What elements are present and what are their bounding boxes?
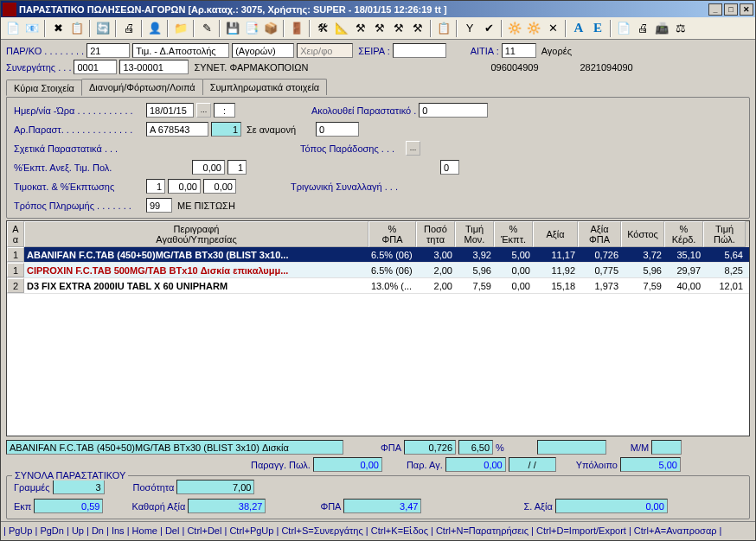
toolbar-btn-7[interactable]: 📁 [172,20,189,37]
tk1-field[interactable]: 1 [146,179,165,194]
toolbar-more-1[interactable]: 🖨 [634,20,651,37]
toolbar-btn-15[interactable]: ⚒ [352,20,369,37]
seira-field[interactable] [393,43,446,58]
status-val-field[interactable]: 0 [316,122,359,137]
parag2-value: 0,00 [445,457,506,472]
grid-header-5[interactable]: %Έκπτ. [494,221,533,247]
ekpt1-field[interactable]: 0,00 [192,160,225,175]
toolbar-letter-Ε[interactable]: Ε [589,20,606,37]
toolbar-btn-1[interactable]: 📧 [23,20,41,37]
arpar-count-field[interactable]: 1 [211,122,241,137]
ekp-label: Εκπ [14,501,31,512]
maximize-button[interactable]: □ [724,3,738,16]
app-icon [3,3,16,16]
grid-cell-fpa: 13.0% (... [368,278,416,293]
date-picker-button[interactable]: ... [196,103,211,118]
toolbar-btn-22[interactable]: 🔆 [506,20,523,37]
toolbar-btn-19[interactable]: 📋 [435,20,452,37]
table-row[interactable]: 1CIPROXIN F.C.TAB 500MG/TAB BTx10 Δισκία… [7,263,749,278]
timokat-label: Τιμοκατ. & %Έκπτωσης [14,181,144,192]
date-field[interactable]: 18/01/15 [146,103,194,118]
grid-header: ΑαΠεριγραφήΑγαθού/Υπηρεσίας%ΦΠΑΠοσότηταΤ… [7,221,749,247]
grid-cell-kostos: 7,59 [621,278,664,293]
syn-code-field[interactable]: 0001 [74,60,117,74]
grid-body[interactable]: 1ABANIFAN F.C.TAB (450+50)MG/TAB BTx30 (… [7,247,749,436]
title-bar: ΠΑΡΑΣΤΑΤΙΚΟ ΠΩΛΗΣΕΩΝ-ΑΓΟΡΩΝ [Αρ.καταχ.: … [1,1,755,17]
toolbar-btn-5[interactable]: 🖨 [120,20,138,37]
grid-cell-kerd: 40,00 [664,278,703,293]
status-text: Σε αναμονή [244,122,313,137]
tk2-field[interactable]: 0,00 [168,179,201,194]
toolbar-btn-11[interactable]: 📦 [262,20,279,37]
toolbar-more-3[interactable]: ⚖ [672,20,689,37]
toolbar-more-2[interactable]: 📠 [653,20,670,37]
aitia-label: ΑΙΤΙΑ : [471,46,499,56]
items-grid[interactable]: ΑαΠεριγραφήΑγαθού/Υπηρεσίας%ΦΠΑΠοσότηταΤ… [6,220,750,436]
tk3-field[interactable]: 0,00 [203,179,236,194]
series-type-select[interactable]: Τιμ. - Δ.Αποστολής [132,43,229,58]
grid-header-0[interactable]: Αα [7,221,24,247]
parko-field[interactable]: 21 [86,43,130,58]
toolbar-btn-2[interactable]: ✖ [49,20,67,37]
toolbar-btn-9[interactable]: 💾 [224,20,241,37]
pct-label: % [496,442,504,453]
grid-header-8[interactable]: Κόστος [621,221,664,247]
extra-field-1 [537,440,606,455]
grid-header-6[interactable]: Αξία [533,221,578,247]
toolbar-btn-21[interactable]: ✔ [480,20,497,37]
tropos-field[interactable]: 99 [146,198,172,213]
arpar-field[interactable]: Α 678543 [146,122,208,137]
grid-header-1[interactable]: ΠεριγραφήΑγαθού/Υπηρεσίας [24,221,368,247]
grid-cell-aa: 1 [7,263,24,277]
kind-select[interactable]: (Αγορών) [232,43,294,58]
net-value: 38,27 [188,499,266,513]
topos-button[interactable]: ... [406,141,420,156]
close-button[interactable]: ✕ [740,3,753,16]
cheir-select: Χειρ/φο [297,43,353,58]
toolbar-btn-18[interactable]: ⚒ [409,20,426,37]
grid-cell-ekpt: 5,00 [494,247,533,262]
trig-val-field[interactable]: 0 [440,160,459,175]
tab-1[interactable]: Διανομή/Φόρτωση/Λοιπά [81,79,203,95]
tab-2[interactable]: Συμπληρωματικά στοιχεία [202,79,328,95]
toolbar-btn-8[interactable]: ✎ [198,20,215,37]
toolbar-more-0[interactable]: 📄 [615,20,632,37]
ekpt2-field[interactable]: 1 [227,160,247,175]
toolbar-btn-12[interactable]: 🚪 [288,20,305,37]
table-row[interactable]: 1ABANIFAN F.C.TAB (450+50)MG/TAB BTx30 (… [7,247,749,263]
grid-cell-axia: 11,17 [533,247,578,262]
toolbar-btn-14[interactable]: 📐 [333,20,350,37]
tropos-text: ΜΕ ΠΙΣΤΩΣΗ [175,198,261,213]
grid-cell-axia: 15,18 [533,278,578,293]
grid-header-10[interactable]: ΤιμήΠώλ. [703,221,746,247]
toolbar-btn-17[interactable]: ⚒ [390,20,407,37]
toolbar-btn-23[interactable]: 🔆 [525,20,542,37]
toolbar-btn-16[interactable]: ⚒ [371,20,388,37]
slash-field: / / [509,457,556,472]
toolbar-btn-0[interactable]: 📄 [4,20,22,37]
toolbar-btn-10[interactable]: 📑 [243,20,260,37]
toolbar-btn-13[interactable]: 🛠 [314,20,331,37]
minimize-button[interactable]: _ [708,3,722,16]
status-bar: | PgUp | PgDn | Up | Dn | Ins | Home | D… [1,521,755,540]
time-field[interactable]: : [214,103,235,118]
ekpt-label: %Έκπτ. Ανεξ. Τιμ. Πολ. [14,162,144,173]
table-row[interactable]: 2D3 FIX EXTRA 2000IU TABL X 60 UNIPHARM1… [7,278,749,294]
fpa-value: 0,726 [404,440,456,455]
aitia-field[interactable]: 11 [502,43,536,58]
toolbar-btn-20[interactable]: Υ [461,20,478,37]
grid-header-7[interactable]: ΑξίαΦΠΑ [578,221,621,247]
syn-num-field[interactable]: 13-00001 [119,60,189,74]
grid-header-2[interactable]: %ΦΠΑ [368,221,416,247]
toolbar-btn-3[interactable]: 📋 [68,20,86,37]
toolbar-letter-Α[interactable]: Α [570,20,587,37]
toolbar-btn-4[interactable]: 🔄 [94,20,112,37]
qty-value: 7,00 [176,480,254,494]
tab-0[interactable]: Κύρια Στοιχεία [6,80,82,96]
follows-field[interactable]: 0 [419,103,488,118]
toolbar-btn-6[interactable]: 👤 [146,20,163,37]
toolbar-btn-24[interactable]: ✕ [544,20,561,37]
grid-header-4[interactable]: ΤιμήΜον. [455,221,494,247]
grid-header-3[interactable]: Ποσότητα [416,221,455,247]
grid-header-9[interactable]: %Κέρδ. [664,221,703,247]
